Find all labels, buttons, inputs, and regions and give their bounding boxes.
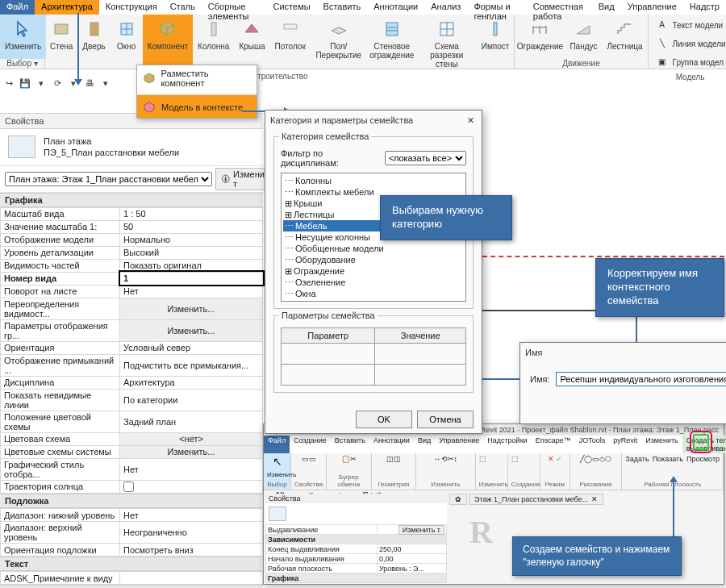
- modify-button[interactable]: Изменить: [0, 15, 46, 59]
- sub-menu-item[interactable]: Управление: [435, 436, 483, 453]
- menu-steel[interactable]: Сталь: [164, 0, 202, 15]
- model-in-place-label: Модель в контексте: [161, 102, 243, 112]
- column-button[interactable]: Колонна: [193, 15, 234, 72]
- view-tab[interactable]: ✿: [449, 494, 467, 505]
- edit-button[interactable]: Изменить...: [120, 445, 263, 458]
- group-extent[interactable]: Границы: [0, 585, 263, 588]
- floor-button[interactable]: Пол/Перекрытие: [311, 15, 367, 72]
- save-icon[interactable]: 💾: [19, 77, 31, 89]
- curtain-wall-button[interactable]: Стеновое ограждение: [367, 15, 417, 72]
- sub-menu-item[interactable]: Вид: [414, 436, 435, 453]
- sunpath-checkbox[interactable]: [123, 482, 134, 492]
- list-item[interactable]: ⋯ Оборудование: [283, 254, 464, 265]
- edit-button[interactable]: Изменить...: [120, 298, 263, 319]
- svg-rect-6: [284, 24, 297, 29]
- sub-edit-type[interactable]: Изменить т: [398, 525, 444, 535]
- table-row: Видимость частейПоказать оригинал: [1, 259, 263, 272]
- sub-menu-item[interactable]: Надстройки: [483, 436, 531, 453]
- curtain-grid-button[interactable]: Схема разрезки стены: [417, 15, 477, 72]
- floor-label: Пол/Перекрытие: [315, 42, 362, 60]
- ramp-button[interactable]: Пандус: [565, 15, 602, 59]
- name-input[interactable]: [556, 372, 726, 386]
- table-row: Переопределения видимост...Изменить...: [1, 298, 263, 319]
- dropdown-icon[interactable]: ▾: [35, 77, 47, 89]
- type-selector[interactable]: План этажа: Этаж 1_План расстановки мебе…: [5, 172, 212, 186]
- sub-group-constraints[interactable]: Зависимости: [266, 535, 447, 544]
- menu-precast[interactable]: Сборные элементы: [202, 0, 267, 15]
- sub-group-graphics[interactable]: Графика: [266, 573, 447, 583]
- menu-massing[interactable]: Формы и генплан: [467, 0, 526, 15]
- menu-architecture[interactable]: Архитектура: [35, 0, 99, 15]
- svg-rect-0: [55, 24, 68, 34]
- finish-checkmark-button[interactable]: ✓: [693, 434, 709, 450]
- filter-select[interactable]: <показать все>: [385, 151, 466, 165]
- edit-button[interactable]: Изменить...: [120, 319, 263, 341]
- group-graphics[interactable]: Графика: [0, 193, 263, 207]
- group-underlay[interactable]: Подложка: [0, 494, 263, 508]
- model-text-button[interactable]: AТекст модели: [652, 16, 726, 34]
- list-item[interactable]: ⋯ Окна: [283, 288, 464, 299]
- menu-annotate[interactable]: Аннотации: [367, 0, 424, 15]
- component-dropdown: Разместить компонент Модель в контексте: [136, 65, 257, 119]
- list-item[interactable]: ⋯ Осветительные приборы: [283, 299, 464, 302]
- model-group-button[interactable]: ▣Группа модел: [652, 53, 726, 71]
- type-preview[interactable]: План этажа ПЭ_5_План расстановки мебели: [0, 129, 263, 166]
- menu-systems[interactable]: Системы: [267, 0, 317, 15]
- mullion-button[interactable]: Импост: [477, 15, 515, 72]
- cancel-button[interactable]: Отмена: [417, 411, 474, 428]
- cursor-icon[interactable]: ↖: [267, 455, 287, 468]
- list-item[interactable]: ⋯ Озеленение: [283, 277, 464, 288]
- sub-menu-item[interactable]: Enscape™: [532, 436, 575, 453]
- table-row: Номер вида1: [1, 272, 263, 285]
- ramp-label: Пандус: [570, 42, 597, 51]
- sync-icon[interactable]: ⟳: [52, 77, 63, 89]
- sub-menu-file[interactable]: Файл: [264, 436, 290, 453]
- sub-menu-item[interactable]: Изменить: [641, 436, 682, 453]
- arrow-icon[interactable]: ↪: [3, 77, 15, 89]
- menu-structure[interactable]: Конструкция: [99, 0, 164, 15]
- menu-collab[interactable]: Совместная работа: [527, 0, 592, 15]
- list-item[interactable]: ⋯ Колонны: [283, 175, 464, 186]
- sub-menu-item[interactable]: pyRevit: [609, 436, 641, 453]
- close-icon[interactable]: ✕: [464, 114, 477, 127]
- railing-button[interactable]: Ограждение: [515, 15, 565, 59]
- model-in-place-item[interactable]: Модель в контексте: [137, 94, 257, 118]
- sub-ribbon: ↖ИзменитьВыбор ▭▭Свойства 📋✂Буфер обмена…: [264, 453, 724, 490]
- sub-modify-label: Изменить: [267, 471, 287, 478]
- sub-menu-item[interactable]: Создание: [290, 436, 331, 453]
- menu-manage[interactable]: Управление: [621, 0, 683, 15]
- roof-button[interactable]: Крыша: [234, 15, 269, 72]
- ceiling-button[interactable]: Потолок: [270, 15, 311, 72]
- menu-addins[interactable]: Надстр: [683, 0, 726, 15]
- menu-view[interactable]: Вид: [592, 0, 621, 15]
- model-line-button[interactable]: ╲Линия модели: [652, 35, 726, 52]
- dialog-title: Категория и параметры семейства: [270, 115, 413, 125]
- ok-button[interactable]: OK: [356, 411, 412, 428]
- component-button[interactable]: Компонент: [143, 15, 193, 72]
- window-button[interactable]: Окно: [111, 15, 143, 72]
- panel-model-label: Модель: [649, 73, 726, 83]
- menu-insert[interactable]: Вставить: [317, 0, 368, 15]
- place-component-item[interactable]: Разместить компонент: [137, 65, 257, 91]
- list-item[interactable]: ⊞ Ограждение: [283, 265, 464, 277]
- stair-button[interactable]: Лестница: [602, 15, 647, 59]
- col-value: Значение: [375, 328, 466, 344]
- model-line-label: Линия модели: [673, 40, 726, 48]
- sub-menu-item[interactable]: Вставить: [331, 436, 369, 453]
- group-text[interactable]: Текст: [0, 557, 263, 571]
- sub-menu-item[interactable]: Аннотации: [369, 436, 414, 453]
- dropdown-icon[interactable]: ▾: [100, 77, 111, 89]
- list-item[interactable]: ⋯ Обобщенные модели: [283, 243, 464, 254]
- column-icon: [202, 18, 225, 40]
- filter-label: Фильтр по дисциплинам:: [281, 148, 378, 168]
- sub-menubar: Файл Создание Вставить Аннотации Вид Упр…: [264, 436, 724, 453]
- callout-2: Корректируем имя контекстного семейства: [595, 258, 724, 317]
- stair-label: Лестница: [607, 42, 642, 51]
- menu-analyze[interactable]: Анализ: [424, 0, 467, 15]
- view-tab[interactable]: Этаж 1_План расстановки мебе... ✕: [469, 494, 603, 505]
- color-scheme-button[interactable]: <нет>: [120, 432, 263, 445]
- sub-menu-item[interactable]: JOTools: [575, 436, 610, 453]
- menu-file[interactable]: Файл: [0, 0, 35, 15]
- sub-props-title: Свойства: [265, 494, 447, 503]
- panel-move-label: Движение: [515, 59, 647, 69]
